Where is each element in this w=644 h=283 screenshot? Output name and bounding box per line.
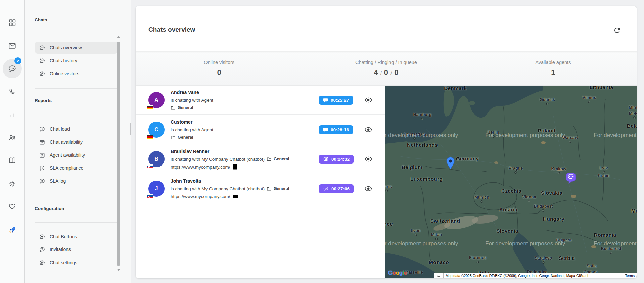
chat-row[interactable]: C Customer is chatting with Agent Genera… xyxy=(136,115,385,144)
chat-bubble-icon xyxy=(323,127,328,132)
knowledge-book-icon[interactable] xyxy=(5,153,19,168)
sidebar-item-label: Chat load xyxy=(50,126,70,132)
sidebar-item-label: Chat availability xyxy=(50,139,83,145)
sidebar-item-label: Agent availability xyxy=(50,152,85,158)
sidebar-item-label: Chat Buttons xyxy=(50,234,77,239)
sidebar-item-label: SLA compliance xyxy=(50,165,83,171)
department: General xyxy=(171,134,316,141)
map-terrain xyxy=(385,86,637,278)
keyboard-shortcuts-icon[interactable] xyxy=(434,273,444,278)
flag-germany-icon xyxy=(147,105,153,110)
folder-icon xyxy=(171,135,176,140)
chat-status: is chatting with My Company Chatbot (cha… xyxy=(171,185,316,193)
chat-duration-badge[interactable]: 00:28:16 xyxy=(319,125,353,134)
tickets-mail-icon[interactable] xyxy=(5,38,19,53)
sidebar-item-sla-compliance[interactable]: SLA compliance xyxy=(35,162,118,174)
sidebar-item-sla-log[interactable]: SLA log xyxy=(35,175,118,187)
settings-gear-icon[interactable] xyxy=(5,176,19,191)
sidebar-item-chats-overview[interactable]: Chats overview xyxy=(35,42,118,54)
sidebar-item-online-visitors[interactable]: Online visitors xyxy=(35,67,118,80)
flag-slovakia-icon xyxy=(147,164,153,169)
stat-online-visitors: Online visitors 0 xyxy=(136,51,303,85)
divider xyxy=(35,113,120,113)
sidebar-item-label: Chats history xyxy=(50,58,77,63)
sidebar-item-label: Chats overview xyxy=(50,45,82,50)
chat-row[interactable]: B Branislav Renner is chatting with My C… xyxy=(136,145,385,174)
flag-slovakia-icon xyxy=(147,194,153,198)
visitor-name: Customer xyxy=(171,118,316,126)
google-logo[interactable]: Google xyxy=(388,270,407,276)
page-title: Chats overview xyxy=(148,26,195,33)
map-terms-link[interactable]: Terms xyxy=(623,273,637,278)
sidebar-item-chat-availability[interactable]: Chat availability xyxy=(35,136,118,148)
visitor-url: https://www.mycompany.com/ xyxy=(171,163,316,171)
sidebar-item-label: Invitations xyxy=(50,247,71,252)
chat-status: is chatting with Agent xyxy=(171,126,316,134)
cursor-block xyxy=(233,164,237,170)
sidebar-item-label: Online visitors xyxy=(50,71,79,76)
panel-header: Chats overview xyxy=(136,6,637,51)
avatar: A xyxy=(148,92,165,108)
chat-duration-badge[interactable]: 00:25:27 xyxy=(319,96,353,105)
avatar: B xyxy=(148,151,165,167)
divider xyxy=(35,88,120,89)
chat-row[interactable]: A Andrea Vane is chatting with Agent Gen… xyxy=(136,86,385,115)
customers-people-icon[interactable] xyxy=(5,130,19,145)
sidebar-item-chat-settings[interactable]: Chat settings xyxy=(35,256,118,269)
scrollbar-down-arrow[interactable] xyxy=(117,269,120,271)
icon-rail: 2 xyxy=(0,0,25,283)
stat-label: Chatting / Ringing / In queue xyxy=(355,60,417,65)
watch-chat-eye-icon[interactable] xyxy=(364,126,372,134)
refresh-button[interactable] xyxy=(612,26,622,35)
watch-chat-eye-icon[interactable] xyxy=(364,155,372,163)
folder-icon xyxy=(171,105,176,110)
cursor-block xyxy=(233,195,238,198)
main-panel: Chats overview Online visitors 0 Chattin… xyxy=(136,6,637,278)
sidebar-item-chat-load[interactable]: Chat load xyxy=(35,123,118,135)
visitor-map-pin[interactable] xyxy=(446,157,455,170)
stats-strip: Online visitors 0 Chatting / Ringing / I… xyxy=(136,51,637,86)
app-window: 2 Chats Chats overview Chats history Onl… xyxy=(0,0,644,283)
watch-chat-eye-icon[interactable] xyxy=(364,185,372,193)
divider xyxy=(35,196,120,196)
chatbot-duration-badge[interactable]: 00:24:32 xyxy=(319,155,354,164)
sidebar-item-agent-availability[interactable]: Agent availability xyxy=(35,149,118,161)
visitor-name: Andrea Vane xyxy=(171,89,316,96)
folder-icon xyxy=(267,157,272,162)
favorites-heart-icon[interactable] xyxy=(5,199,19,214)
chat-status: is chatting with Agent xyxy=(171,96,316,104)
calls-phone-icon[interactable] xyxy=(5,84,19,99)
sidebar-scrollbar-thumb[interactable] xyxy=(117,42,120,266)
chat-row[interactable]: J John Travolta is chatting with My Comp… xyxy=(136,174,385,203)
stat-chatting-ringing-queue: Chatting / Ringing / In queue 4/0/0 xyxy=(303,51,469,85)
department: General xyxy=(171,104,316,112)
sidebar: Chats Chats overview Chats history Onlin… xyxy=(25,0,131,283)
sidebar-item-label: Chat settings xyxy=(50,260,77,265)
chatbot-map-marker[interactable] xyxy=(565,172,576,186)
stat-value: 4/0/0 xyxy=(374,68,398,77)
sidebar-section-title: Configuration xyxy=(35,206,64,211)
pane-resize-handle[interactable] xyxy=(129,123,131,135)
dashboard-grid-icon[interactable] xyxy=(5,15,19,30)
sidebar-item-invitations[interactable]: Invitations xyxy=(35,243,118,255)
chat-list: A Andrea Vane is chatting with Agent Gen… xyxy=(136,86,385,278)
map-gridline xyxy=(385,190,637,190)
visitors-map[interactable]: DenmarkLithuaniaVilniusMinskМінскGdańskH… xyxy=(385,86,637,278)
reports-chart-icon[interactable] xyxy=(5,107,19,122)
sidebar-item-label: SLA log xyxy=(50,178,66,184)
getting-started-rocket-icon[interactable] xyxy=(5,223,19,237)
chatbot-duration-badge[interactable]: 00:27:06 xyxy=(319,184,354,193)
avatar: J xyxy=(148,181,165,197)
visitor-name: John Travolta xyxy=(171,177,316,185)
watch-chat-eye-icon[interactable] xyxy=(364,96,372,104)
department: General xyxy=(274,155,289,163)
stat-value: 1 xyxy=(551,68,555,77)
folder-icon xyxy=(267,186,272,191)
chats-count-badge: 2 xyxy=(14,57,21,64)
sidebar-item-chat-buttons[interactable]: Chat Buttons xyxy=(35,231,118,243)
sidebar-section-title: Chats xyxy=(35,17,47,22)
scrollbar-up-arrow[interactable] xyxy=(117,36,120,38)
stat-label: Available agents xyxy=(535,60,571,65)
stat-available-agents: Available agents 1 xyxy=(470,51,637,85)
sidebar-item-chats-history[interactable]: Chats history xyxy=(35,55,118,67)
